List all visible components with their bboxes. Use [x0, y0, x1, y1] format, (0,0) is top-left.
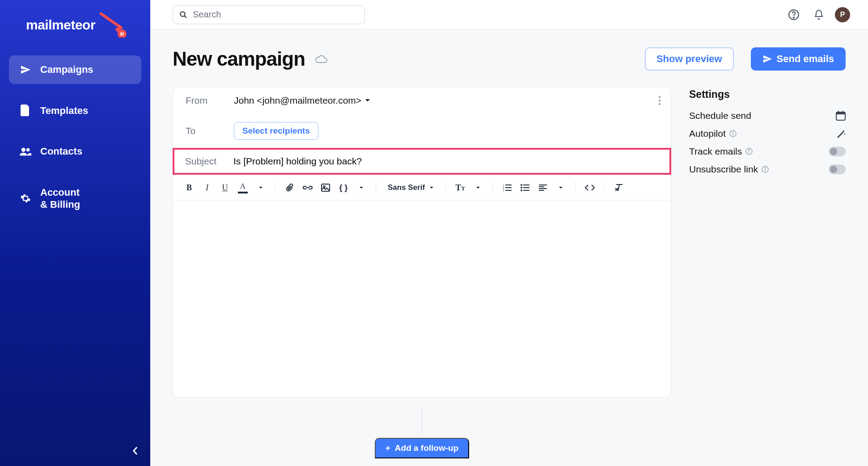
svg-point-3: [26, 148, 30, 151]
text-color-caret[interactable]: [253, 180, 269, 196]
underline-button[interactable]: U: [217, 180, 233, 196]
search-box[interactable]: [173, 5, 365, 24]
setting-autopilot[interactable]: Autopilot: [689, 128, 846, 139]
show-preview-button[interactable]: Show preview: [645, 47, 734, 71]
font-selector[interactable]: Sans Serif: [382, 183, 439, 192]
code-view-button[interactable]: [582, 180, 598, 196]
sidebar-item-account-billing[interactable]: Account & Billing: [9, 178, 141, 219]
sidebar-collapse-button[interactable]: [132, 446, 139, 455]
to-row: To Select recipients: [173, 114, 671, 148]
send-emails-button[interactable]: Send emails: [751, 47, 846, 71]
setting-track-emails[interactable]: Track emails: [689, 146, 846, 157]
info-icon: [762, 166, 769, 173]
clear-formatting-button[interactable]: [611, 180, 627, 196]
info-icon: [729, 130, 737, 137]
followup-connector: [422, 407, 422, 435]
help-button[interactable]: [785, 6, 803, 24]
text-size-caret[interactable]: [470, 180, 486, 196]
svg-rect-24: [523, 190, 529, 191]
sidebar-item-label: Templates: [40, 105, 88, 117]
svg-rect-22: [523, 187, 529, 188]
button-label: Add a follow-up: [395, 443, 458, 453]
image-button[interactable]: [318, 180, 334, 196]
link-button[interactable]: [300, 180, 316, 196]
svg-point-21: [521, 187, 522, 189]
svg-point-2: [21, 147, 25, 151]
svg-point-23: [521, 189, 522, 191]
align-caret[interactable]: [553, 180, 569, 196]
info-icon: [745, 148, 753, 155]
toggle-track-emails[interactable]: [829, 147, 846, 156]
svg-rect-25: [539, 185, 547, 185]
svg-point-35: [733, 132, 733, 133]
svg-rect-14: [505, 185, 512, 185]
calendar-icon[interactable]: [836, 111, 846, 121]
setting-schedule-send[interactable]: Schedule send: [689, 110, 846, 121]
sidebar-item-contacts[interactable]: Contacts: [9, 137, 141, 166]
subject-row: Subject: [173, 148, 671, 175]
variables-button[interactable]: { }: [335, 180, 351, 196]
select-recipients-button[interactable]: Select recipients: [234, 122, 318, 140]
email-body-editor[interactable]: [173, 201, 671, 397]
sidebar-item-label: Account & Billing: [40, 186, 80, 211]
svg-rect-18: [505, 190, 512, 191]
settings-panel: Settings Schedule send Autopilot: [689, 87, 846, 182]
send-icon: [762, 54, 772, 64]
sidebar-item-templates[interactable]: Templates: [9, 97, 141, 125]
from-selector[interactable]: John <john@mailmeteor.com>: [234, 95, 370, 106]
svg-rect-30: [836, 112, 845, 114]
attachment-button[interactable]: [282, 180, 298, 196]
logo[interactable]: mailmeteor M: [0, 13, 150, 55]
sidebar: mailmeteor M Campaigns Templates: [0, 0, 150, 466]
search-input[interactable]: [193, 9, 358, 20]
unordered-list-button[interactable]: [517, 180, 533, 196]
text-color-button[interactable]: A: [235, 180, 251, 196]
composer-card: From John <john@mailmeteor.com> To: [173, 87, 671, 398]
editor-toolbar: B I U A: [173, 175, 671, 201]
magic-wand-icon[interactable]: [836, 129, 846, 139]
to-label: To: [186, 126, 234, 136]
avatar-initial: P: [840, 11, 845, 19]
subject-input[interactable]: [233, 156, 653, 167]
svg-rect-16: [505, 187, 512, 188]
page-header: New campaign Show preview Send emails: [173, 47, 846, 71]
search-icon: [179, 11, 187, 19]
variables-caret[interactable]: [353, 180, 369, 196]
add-followup-button[interactable]: + Add a follow-up: [375, 438, 470, 458]
svg-point-8: [659, 96, 661, 98]
svg-rect-20: [523, 185, 529, 185]
page-title: New campaign: [173, 48, 305, 70]
sidebar-item-label: Contacts: [40, 145, 82, 158]
subject-label: Subject: [185, 156, 233, 167]
text-size-button[interactable]: TT: [452, 180, 468, 196]
svg-rect-28: [539, 190, 544, 191]
gear-icon: [20, 193, 31, 204]
from-row: From John <john@mailmeteor.com>: [173, 87, 671, 114]
bold-button[interactable]: B: [181, 180, 197, 196]
setting-unsubscribe-link[interactable]: Unsubscribe link: [689, 164, 846, 175]
svg-point-41: [765, 168, 766, 168]
setting-label: Unsubscribe link: [689, 164, 758, 175]
avatar[interactable]: P: [835, 7, 850, 22]
font-name: Sans Serif: [388, 183, 425, 192]
row-overflow-menu[interactable]: [658, 96, 661, 105]
button-label: Send emails: [777, 53, 834, 65]
svg-text:M: M: [120, 32, 124, 37]
svg-text:3: 3: [503, 189, 504, 191]
topbar: P: [150, 0, 868, 29]
notifications-button[interactable]: [810, 6, 828, 24]
align-button[interactable]: [535, 180, 551, 196]
sidebar-item-campaigns[interactable]: Campaigns: [9, 55, 141, 84]
from-label: From: [186, 95, 234, 106]
italic-button[interactable]: I: [199, 180, 215, 196]
svg-rect-27: [539, 188, 547, 189]
file-icon: [20, 105, 31, 116]
caret-down-icon: [365, 99, 370, 102]
setting-label: Track emails: [689, 146, 742, 157]
toggle-unsubscribe[interactable]: [829, 164, 846, 174]
ordered-list-button[interactable]: 123: [499, 180, 515, 196]
svg-point-9: [659, 100, 661, 101]
svg-point-38: [749, 150, 749, 151]
svg-rect-32: [843, 111, 843, 113]
from-value: John <john@mailmeteor.com>: [234, 95, 361, 106]
